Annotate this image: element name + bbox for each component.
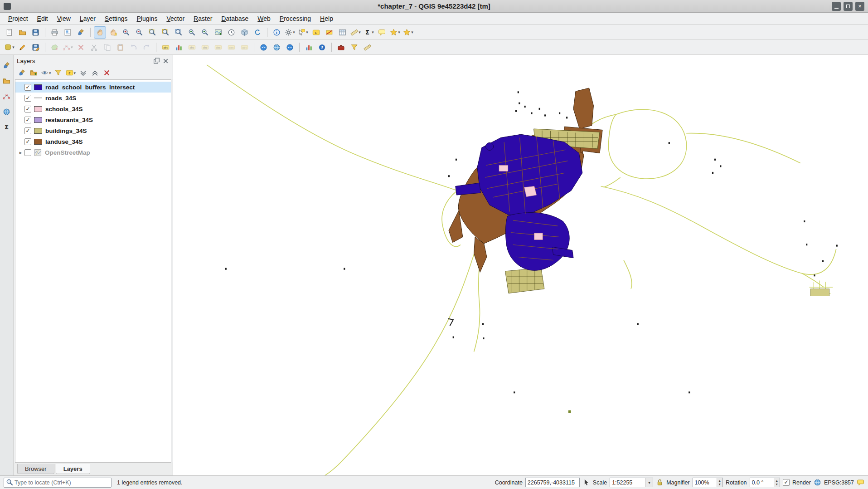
measure-button[interactable]: ▾ [349, 26, 362, 39]
change-label-button[interactable]: abc [238, 41, 251, 54]
manage-map-themes-button[interactable]: ▾ [40, 68, 52, 78]
undo-button[interactable] [127, 41, 140, 54]
delete-selected-button[interactable] [75, 41, 87, 54]
zoom-full-extent-button[interactable] [146, 26, 159, 39]
magnifier-spinbox[interactable]: ▲▼ [693, 478, 723, 487]
crs-icon[interactable] [814, 479, 821, 486]
layer-labeling-button[interactable]: abc [160, 41, 172, 54]
zoom-last-button[interactable] [186, 26, 198, 39]
menu-layer[interactable]: Layer [75, 13, 100, 24]
layer-item-schools-34s[interactable]: ✓schools_34S [15, 103, 171, 114]
add-polygon-feature-button[interactable] [48, 41, 61, 54]
style-manager-button[interactable] [75, 26, 87, 39]
panel-float-icon[interactable] [153, 57, 160, 65]
messages-icon[interactable] [857, 479, 864, 486]
show-layout-manager-button[interactable] [62, 26, 74, 39]
filter-by-expression-button[interactable]: ε▾ [65, 68, 77, 78]
browser-dock-icon[interactable] [2, 76, 12, 86]
select-features-button[interactable]: ▾ [297, 26, 309, 39]
gps-dock-icon[interactable] [2, 107, 12, 117]
save-layer-edits-button[interactable] [29, 41, 42, 54]
statistical-summary-button[interactable]: Σ▾ [363, 26, 375, 39]
edit-in-place-button[interactable] [348, 41, 360, 54]
zoom-to-selection-button[interactable] [160, 26, 172, 39]
vertex-tool-button[interactable]: ▾ [62, 41, 74, 54]
osm-place-search-button[interactable] [284, 41, 296, 54]
locate-search[interactable] [4, 478, 112, 488]
crs-label[interactable]: EPSG:3857 [824, 479, 854, 486]
show-bookmarks-button[interactable]: ▾ [402, 26, 414, 39]
identify-features-button[interactable] [271, 26, 283, 39]
paste-features-button[interactable] [114, 41, 126, 54]
new-bookmark-button[interactable]: ▾ [389, 26, 401, 39]
minimize-button[interactable] [832, 2, 841, 11]
layer-item-road-school-buffers-intersect[interactable]: ✓road_school_buffers_intersect [15, 82, 171, 93]
panel-tab-layers[interactable]: Layers [56, 464, 90, 474]
menu-plugins[interactable]: Plugins [132, 13, 162, 24]
panel-close-icon[interactable] [162, 57, 170, 65]
layer-item-openstreetmap[interactable]: ▸OpenStreetMap [15, 147, 171, 158]
select-by-expression-button[interactable]: ε [310, 26, 322, 39]
deselect-features-button[interactable] [323, 26, 335, 39]
extents-toggle-icon[interactable] [582, 479, 590, 486]
refresh-map-button[interactable] [252, 26, 264, 39]
toggle-editing-button[interactable] [16, 41, 29, 54]
statist-button[interactable] [303, 41, 315, 54]
layer-item-restaurants-34s[interactable]: ✓restaurants_34S [15, 114, 171, 125]
magnifier-input[interactable] [693, 479, 717, 486]
layer-diagram-button[interactable] [173, 41, 185, 54]
current-edits-button[interactable]: ▾ [3, 41, 15, 54]
menu-project[interactable]: Project [4, 13, 33, 24]
render-checkbox[interactable]: ✓ [783, 479, 790, 486]
remove-layer-button[interactable] [101, 68, 112, 78]
coordinate-input[interactable] [525, 478, 580, 487]
layer-visibility-checkbox[interactable]: ✓ [24, 95, 31, 102]
layer-visibility-checkbox[interactable]: ✓ [24, 138, 31, 145]
filter-legend-button[interactable] [53, 68, 64, 78]
new-3d-map-view-button[interactable] [238, 26, 251, 39]
new-map-view-button[interactable] [212, 26, 224, 39]
layer-visibility-checkbox[interactable]: ✓ [24, 127, 31, 134]
zoom-next-button[interactable] [199, 26, 211, 39]
new-project-button[interactable] [3, 26, 15, 39]
expand-all-button[interactable] [78, 68, 88, 78]
geocoding-button[interactable] [271, 41, 283, 54]
zoom-in-button[interactable] [120, 26, 132, 39]
metasearch-button[interactable] [257, 41, 270, 54]
add-group-button[interactable] [28, 68, 39, 78]
zoom-out-button[interactable] [133, 26, 145, 39]
menu-vector[interactable]: Vector [162, 13, 189, 24]
open-layer-styling-button[interactable] [16, 68, 27, 78]
scale-combo[interactable]: ▾ [610, 478, 653, 487]
menu-settings[interactable]: Settings [100, 13, 132, 24]
processing-toolbox-button[interactable] [335, 41, 347, 54]
layer-styling-dock-icon[interactable] [2, 60, 12, 70]
menu-processing[interactable]: Processing [275, 13, 315, 24]
close-button[interactable]: × [855, 2, 864, 11]
pan-to-selection-button[interactable] [107, 26, 119, 39]
spin-arrows-icon[interactable]: ▲▼ [717, 478, 723, 487]
open-attribute-table-button[interactable] [336, 26, 349, 39]
save-project-button[interactable] [29, 26, 42, 39]
spin-arrows-icon[interactable]: ▲▼ [774, 478, 780, 487]
panel-tab-browser[interactable]: Browser [17, 464, 54, 474]
highlight-labels-button[interactable]: abc [199, 41, 211, 54]
rotate-label-button[interactable]: abc [225, 41, 238, 54]
redo-button[interactable] [141, 41, 153, 54]
map-canvas[interactable] [173, 55, 868, 475]
menu-raster[interactable]: Raster [189, 13, 217, 24]
move-label-button[interactable]: abc [212, 41, 224, 54]
help-contents-button[interactable]: ? [316, 41, 328, 54]
collapse-all-button[interactable] [89, 68, 100, 78]
map-tips-button[interactable] [376, 26, 388, 39]
advanced-digitizing-dock-icon[interactable] [2, 91, 12, 101]
layer-item-landuse-34s[interactable]: ✓landuse_34S [15, 136, 171, 147]
rotation-spinbox[interactable]: ▲▼ [750, 478, 780, 487]
layer-visibility-checkbox[interactable] [24, 149, 31, 156]
new-print-layout-button[interactable] [48, 26, 61, 39]
menu-help[interactable]: Help [315, 13, 338, 24]
scale-dropdown-icon[interactable]: ▾ [645, 478, 653, 487]
pan-map-button[interactable] [94, 26, 106, 39]
pin-labels-button[interactable]: abc [186, 41, 198, 54]
menu-database[interactable]: Database [217, 13, 253, 24]
